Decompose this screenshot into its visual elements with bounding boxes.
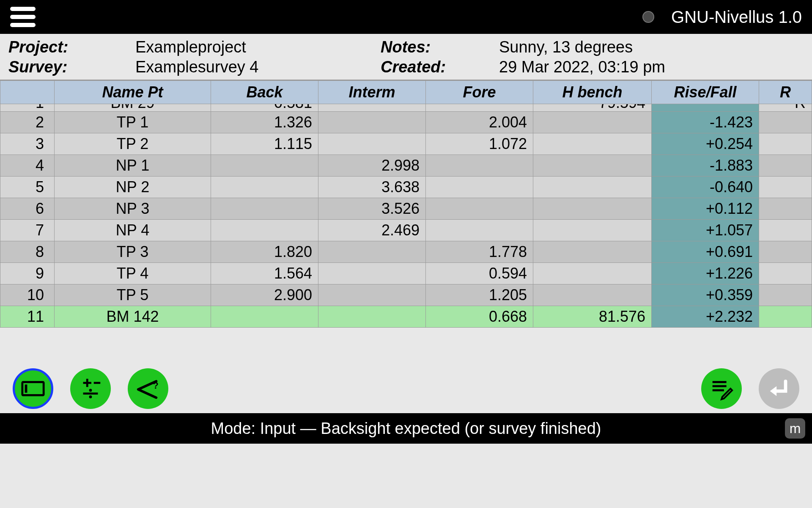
col-fore[interactable]: Fore — [426, 81, 533, 104]
cell-fore[interactable]: 1.072 — [426, 133, 533, 155]
cell-risefall[interactable]: +0.691 — [652, 241, 759, 263]
cell-fore[interactable] — [426, 104, 533, 112]
cell-num[interactable]: 11 — [0, 306, 55, 328]
cell-hbench[interactable] — [533, 284, 652, 306]
cell-r[interactable] — [759, 263, 812, 284]
cell-name[interactable]: TP 4 — [55, 263, 211, 284]
cell-back[interactable]: 1.115 — [211, 133, 318, 155]
cell-back[interactable]: 2.900 — [211, 284, 318, 306]
cell-back[interactable] — [211, 198, 318, 220]
cell-r[interactable] — [759, 198, 812, 220]
cell-fore[interactable] — [426, 177, 533, 198]
cell-hbench[interactable] — [533, 241, 652, 263]
cell-fore[interactable]: 0.594 — [426, 263, 533, 284]
landscape-button[interactable] — [13, 368, 53, 409]
cell-back[interactable] — [211, 155, 318, 177]
col-hbench[interactable]: H bench — [533, 81, 652, 104]
cell-r[interactable] — [759, 133, 812, 155]
cell-interm[interactable]: 2.998 — [318, 155, 426, 177]
cell-back[interactable]: 1.820 — [211, 241, 318, 263]
cell-hbench[interactable] — [533, 133, 652, 155]
cell-r[interactable] — [759, 177, 812, 198]
cell-hbench[interactable] — [533, 112, 652, 133]
cell-back[interactable]: 1.564 — [211, 263, 318, 284]
cell-hbench[interactable] — [533, 177, 652, 198]
table-row[interactable]: 3TP 21.1151.072+0.254 — [0, 133, 812, 155]
cell-risefall[interactable]: +0.359 — [652, 284, 759, 306]
cell-r[interactable] — [759, 284, 812, 306]
col-r[interactable]: R — [759, 81, 812, 104]
cell-num[interactable]: 4 — [0, 155, 55, 177]
cell-back[interactable]: 0.581 — [211, 104, 318, 112]
menu-icon[interactable] — [10, 7, 36, 27]
cell-name[interactable]: TP 5 — [55, 284, 211, 306]
cell-risefall[interactable]: -1.423 — [652, 112, 759, 133]
cell-num[interactable]: 9 — [0, 263, 55, 284]
cell-interm[interactable]: 3.526 — [318, 198, 426, 220]
cell-risefall[interactable]: +2.232 — [652, 306, 759, 328]
angle-query-button[interactable]: ? — [128, 368, 168, 409]
cell-name[interactable]: TP 3 — [55, 241, 211, 263]
enter-button[interactable] — [759, 368, 799, 409]
cell-interm[interactable] — [318, 284, 426, 306]
edit-notes-button[interactable] — [701, 368, 742, 409]
cell-num[interactable]: 6 — [0, 198, 55, 220]
cell-name[interactable]: NP 3 — [55, 198, 211, 220]
cell-name[interactable]: NP 2 — [55, 177, 211, 198]
cell-num[interactable]: 7 — [0, 220, 55, 241]
cell-hbench[interactable] — [533, 263, 652, 284]
cell-hbench[interactable]: 79.594 — [533, 104, 652, 112]
table-row[interactable]: 8TP 31.8201.778+0.691 — [0, 241, 812, 263]
cell-hbench[interactable] — [533, 155, 652, 177]
cell-risefall[interactable]: +0.112 — [652, 198, 759, 220]
col-interm[interactable]: Interm — [318, 81, 426, 104]
cell-fore[interactable] — [426, 220, 533, 241]
cell-name[interactable]: TP 1 — [55, 112, 211, 133]
cell-back[interactable]: 1.326 — [211, 112, 318, 133]
cell-fore[interactable]: 1.205 — [426, 284, 533, 306]
cell-back[interactable] — [211, 220, 318, 241]
cell-hbench[interactable] — [533, 198, 652, 220]
unit-toggle[interactable]: m — [785, 418, 805, 439]
cell-fore[interactable]: 1.778 — [426, 241, 533, 263]
table-row[interactable]: 6NP 33.526+0.112 — [0, 198, 812, 220]
cell-interm[interactable] — [318, 112, 426, 133]
cell-num[interactable]: 2 — [0, 112, 55, 133]
table-row[interactable]: 11BM 1420.66881.576+2.232 — [0, 306, 812, 328]
table-row[interactable]: 4NP 12.998-1.883 — [0, 155, 812, 177]
cell-risefall[interactable]: +0.254 — [652, 133, 759, 155]
cell-hbench[interactable] — [533, 220, 652, 241]
cell-interm[interactable] — [318, 263, 426, 284]
cell-interm[interactable] — [318, 241, 426, 263]
cell-name[interactable]: TP 2 — [55, 133, 211, 155]
table-row[interactable]: 10TP 52.9001.205+0.359 — [0, 284, 812, 306]
cell-risefall[interactable]: -1.883 — [652, 155, 759, 177]
cell-interm[interactable]: 2.469 — [318, 220, 426, 241]
table-row[interactable]: 2TP 11.3262.004-1.423 — [0, 112, 812, 133]
cell-interm[interactable] — [318, 104, 426, 112]
cell-name[interactable]: NP 1 — [55, 155, 211, 177]
cell-num[interactable]: 5 — [0, 177, 55, 198]
cell-r[interactable] — [759, 112, 812, 133]
cell-back[interactable] — [211, 306, 318, 328]
cell-risefall[interactable] — [652, 104, 759, 112]
cell-risefall[interactable]: -0.640 — [652, 177, 759, 198]
cell-r[interactable] — [759, 155, 812, 177]
col-name[interactable]: Name Pt — [55, 81, 211, 104]
survey-table[interactable]: 1BM 290.58179.594R2TP 11.3262.004-1.4233… — [0, 104, 812, 328]
cell-interm[interactable] — [318, 133, 426, 155]
col-risefall[interactable]: Rise/Fall — [652, 81, 759, 104]
cell-r[interactable] — [759, 241, 812, 263]
cell-risefall[interactable]: +1.226 — [652, 263, 759, 284]
cell-fore[interactable]: 0.668 — [426, 306, 533, 328]
cell-name[interactable]: NP 4 — [55, 220, 211, 241]
table-row[interactable]: 1BM 290.58179.594R — [0, 104, 812, 112]
cell-name[interactable]: BM 142 — [55, 306, 211, 328]
cell-r[interactable] — [759, 306, 812, 328]
cell-interm[interactable] — [318, 306, 426, 328]
cell-back[interactable] — [211, 177, 318, 198]
col-number[interactable] — [0, 81, 55, 104]
table-row[interactable]: 9TP 41.5640.594+1.226 — [0, 263, 812, 284]
cell-num[interactable]: 8 — [0, 241, 55, 263]
cell-num[interactable]: 1 — [0, 104, 55, 112]
